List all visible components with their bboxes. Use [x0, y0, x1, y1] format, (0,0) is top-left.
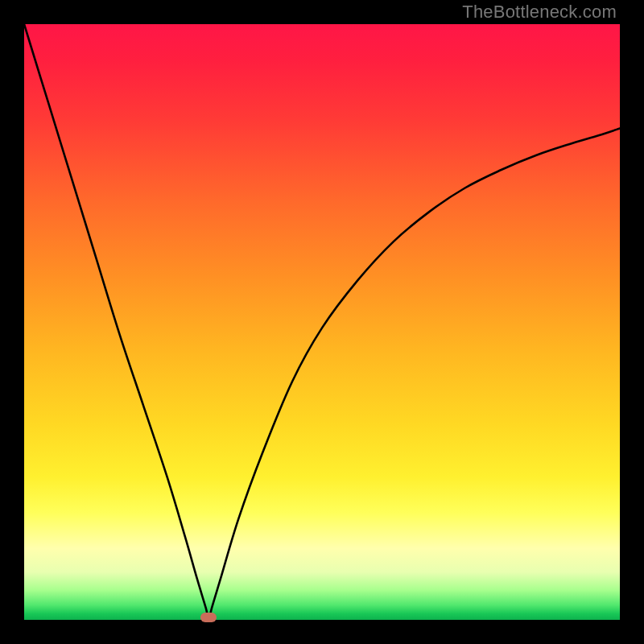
watermark-text: TheBottleneck.com — [462, 2, 617, 23]
min-point-marker — [200, 613, 217, 622]
bottleneck-curve — [24, 24, 620, 620]
plot-area — [24, 24, 620, 620]
chart-frame: TheBottleneck.com — [0, 0, 644, 644]
